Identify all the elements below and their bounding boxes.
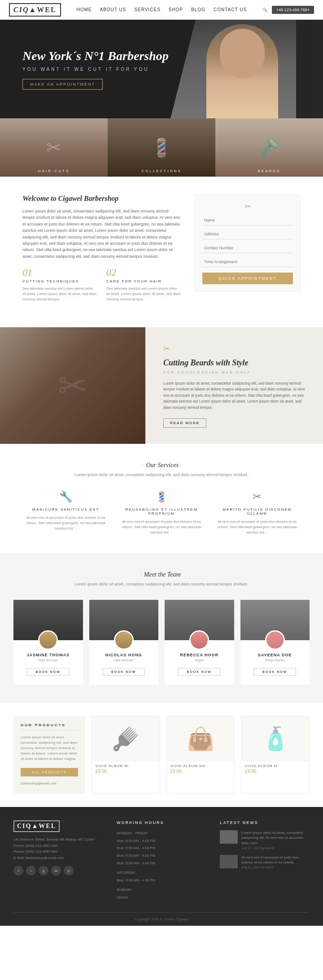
feature-2-title: CARE FOR YOUR HAIR — [106, 279, 181, 283]
about-features: 01 CUTTING TECHNIQUES Sea takimata sanct… — [22, 267, 181, 309]
gallery-haircuts[interactable]: HAIR-CUTS — [0, 118, 108, 177]
feature-1: 01 CUTTING TECHNIQUES Sea takimata sanct… — [22, 267, 97, 309]
social-google[interactable]: g — [39, 866, 48, 876]
social-facebook[interactable]: f — [13, 866, 23, 876]
footer-hours-title: WORKING HOURS — [117, 820, 206, 825]
cutting-text: ✂ Cutting Beards with Style FOR GOODLOOK… — [145, 327, 323, 444]
team-name-1: JASMINE THOMAS — [18, 653, 79, 657]
appointment-button[interactable]: QUICK APPOINTMENT — [202, 273, 293, 284]
footer-email: E-Mail: barbershop@email.com — [13, 855, 103, 861]
news-item-2: At vero eos et accusam et justo duo dolo… — [220, 855, 310, 869]
appointment-card: ✂ QUICK APPOINTMENT — [195, 195, 301, 292]
service-1-desc: At vero eos et accusam et justo duo dolo… — [22, 515, 109, 531]
site-footer: CIQ▲WEL 141 Boheme Street, Beverly Hill … — [0, 807, 323, 926]
product-3-icon: 🧴 — [262, 726, 289, 752]
cutting-section: ✂ Cutting Beards with Style FOR GOODLOOK… — [0, 327, 323, 444]
team-role-1: Hair dresser — [18, 658, 79, 662]
news-thumb-1 — [220, 830, 238, 844]
hero-subtitle: YOU WANT IT WE CUT IT FOR YOU — [22, 67, 169, 72]
team-book-3[interactable]: BOOK NOW — [178, 668, 220, 676]
footer-news: LATEST NEWS Lorem ipsum dolor sit amet, … — [220, 820, 310, 902]
team-role-3: Styler — [169, 658, 230, 662]
feature-2-body: Sea takimata sanctus est Lorem ipsum dol… — [106, 286, 181, 302]
product-3-price: £9.00 — [241, 769, 309, 777]
nav-about[interactable]: ABOUT US — [100, 7, 127, 12]
social-twitter[interactable]: t — [26, 866, 36, 876]
search-icon[interactable]: 🔍 — [262, 8, 267, 12]
read-more-button[interactable]: READ MORE — [163, 418, 206, 428]
nav-shop[interactable]: SHOP — [169, 7, 183, 12]
service-2-desc: At vero eos et accusam et justo duo dolo… — [118, 519, 205, 535]
footer-saturday-hours: Mon: 8:00 AM - 4:00 PM — [117, 877, 206, 884]
product-1-name: VIVID ALBUM M. — [92, 761, 160, 769]
services-title: Our Services — [22, 462, 301, 469]
team-photo-1 — [13, 600, 83, 640]
time-field[interactable] — [202, 257, 293, 267]
nav-blog[interactable]: BLOG — [191, 7, 205, 12]
services-grid: 🔧 MANICURE SANITICUS EST At vero eos et … — [22, 490, 301, 535]
news-text-2: At vero eos et accusam et justo duo dolo… — [241, 855, 310, 865]
service-1: 🔧 MANICURE SANITICUS EST At vero eos et … — [22, 490, 109, 535]
product-2-img: 👜 — [167, 716, 235, 761]
feature-2-num: 02 — [106, 267, 181, 278]
footer-hour-3: Mon: 8:00 AM - 4:00 PM — [117, 853, 206, 859]
man-silhouette — [206, 24, 278, 118]
team-member-2: NICOLAS HONG Hair dresser BOOK NOW — [89, 600, 159, 685]
avatar-inner-2 — [115, 632, 132, 649]
hero-man-image — [197, 20, 287, 118]
footer-copyright: Copyright 2024 © Theme Cigawel — [13, 913, 310, 926]
product-2-name: VIVID ALBUM NO. — [167, 761, 235, 769]
feature-1-body: Sea takimata sanctus est Lorem ipsum dol… — [22, 286, 97, 302]
products-contact: barbershop@email.com — [21, 781, 78, 786]
social-pinterest[interactable]: p — [64, 866, 74, 876]
product-1[interactable]: 🪮 VIVID ALBUM M. £9.00 — [92, 716, 160, 794]
footer-address: 141 Boheme Street, Beverly Hill Albany, … — [13, 837, 103, 861]
team-book-1[interactable]: BOOK NOW — [27, 668, 69, 676]
social-linkedin[interactable]: in — [51, 866, 61, 876]
hero-text: New York´s N°1 Barbershop YOU WANT IT WE… — [0, 48, 169, 90]
about-title: Welcome to Cigawel Barbershop — [22, 195, 181, 203]
nav-contact[interactable]: CONTACT US — [214, 7, 247, 12]
team-subtitle: Lorem ipsum dolor sit amet, consetetur s… — [13, 582, 310, 586]
product-3[interactable]: 🧴 VIVID ALBUM M. £9.00 — [241, 716, 310, 794]
news-item-1: Lorem ipsum dolor sit amet, consetetur s… — [220, 830, 310, 850]
cutting-image — [0, 327, 145, 444]
hero-cta-button[interactable]: MAKE AN APPOINTMENT — [22, 79, 103, 90]
products-info: OUR PRODUCTS Lorem ipsum dolor sit amet,… — [13, 716, 85, 794]
product-2[interactable]: 👜 VIVID ALBUM NO. £9.00 — [166, 716, 235, 794]
gallery-collections[interactable]: COLLECTIONS — [108, 118, 215, 177]
team-grid: JASMINE THOMAS Hair dresser BOOK NOW NIC… — [13, 600, 310, 685]
main-nav: CIQ▲WEL HOME ABOUT US SERVICES SHOP BLOG… — [0, 0, 323, 20]
team-book-2[interactable]: BOOK NOW — [103, 668, 145, 676]
footer-social: f t g in p — [13, 866, 103, 876]
footer-logo: CIQ▲WEL — [13, 820, 60, 832]
products-grid: OUR PRODUCTS Lorem ipsum dolor sit amet,… — [13, 716, 310, 794]
all-products-button[interactable]: ALL PRODUCTS — [21, 768, 78, 776]
about-section: Welcome to Cigawel Barbershop Lorem ipsu… — [0, 177, 323, 327]
avatar-inner-3 — [191, 632, 208, 649]
site-logo[interactable]: CIQ▲WEL — [9, 3, 61, 17]
footer-hours: WORKING HOURS MONDAY - FRIDAY Mon: 8:00 … — [117, 820, 206, 902]
news-content-1: Lorem ipsum dolor sit amet, consetetur s… — [241, 830, 310, 850]
contact-field[interactable] — [202, 243, 293, 253]
team-avatar-3 — [189, 630, 209, 650]
footer-saturday-label: SATURDAY — [117, 870, 206, 876]
team-section: Meet the Team Lorem ipsum dolor sit amet… — [0, 553, 323, 702]
name-field[interactable] — [202, 215, 293, 225]
cutting-image-inner — [0, 327, 145, 444]
footer-news-title: LATEST NEWS — [220, 820, 310, 825]
team-photo-2 — [89, 600, 159, 640]
footer-address-text: 141 Boheme Street, Beverly Hill Albany, … — [13, 837, 103, 843]
cutting-tagline: FOR GOODLOOKING MEN ONLY — [163, 370, 310, 374]
gallery-beards[interactable]: BEARDS — [215, 118, 323, 177]
phone-button[interactable]: +49 123-456-789+ — [272, 6, 314, 14]
news-text-1: Lorem ipsum dolor sit amet, consetetur s… — [241, 830, 310, 846]
gallery-row: HAIR-CUTS COLLECTIONS BEARDS — [0, 118, 323, 177]
service-1-name: MANICURE SANITICUS EST — [22, 507, 109, 512]
nav-home[interactable]: HOME — [77, 7, 92, 12]
address-field[interactable] — [202, 229, 293, 239]
nav-services[interactable]: SERVICES — [134, 7, 160, 12]
team-member-3: REBECCA HOOR Styler BOOK NOW — [165, 600, 234, 685]
team-book-4[interactable]: BOOK NOW — [254, 668, 296, 676]
cutting-title: Cutting Beards with Style — [163, 358, 310, 368]
